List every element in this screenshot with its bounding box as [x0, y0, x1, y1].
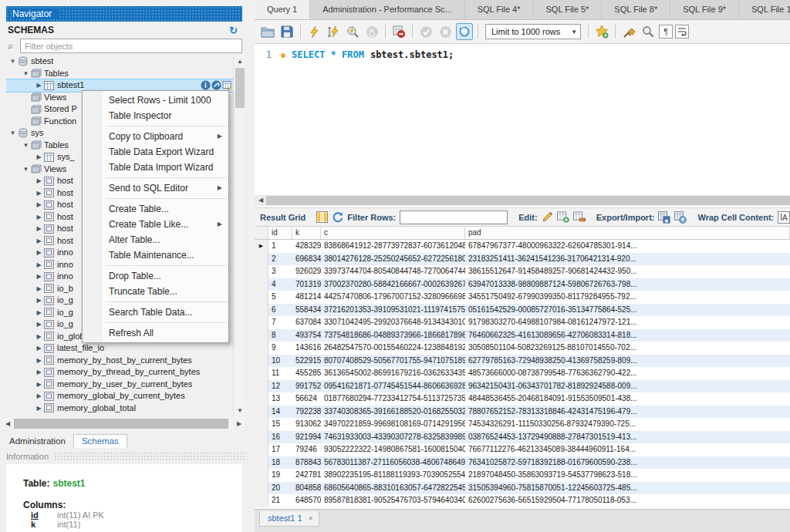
cell-pad[interactable]: 34551750492-67990399350-81179284955-792.… [465, 291, 790, 304]
expander-closed-icon[interactable]: ▶ [34, 342, 44, 355]
cell-c[interactable]: 33071042495-29920376648-91343430102-790.… [321, 316, 465, 329]
cell-id[interactable]: 11 [268, 367, 292, 380]
cell-k[interactable]: 79246 [292, 443, 321, 456]
grid-row[interactable]: 1887884356783011387-27116056038-48067486… [255, 456, 790, 470]
cell-pad[interactable]: 76677112276-46213345089-38444960911-164.… [465, 443, 790, 456]
grid-column-header-c[interactable]: c [321, 227, 465, 239]
cell-id[interactable]: 1 [268, 240, 292, 253]
execute-button[interactable] [306, 23, 322, 40]
scroll-left-icon[interactable]: ◀ [2, 418, 14, 429]
cell-c[interactable]: 68605640865-88310163057-64728225453-657.… [321, 482, 465, 495]
editor-tab[interactable]: Query 1 [255, 0, 310, 19]
sql-code-editor[interactable]: 1 ● SELECT * FROM sbtest.sbtest1; [255, 44, 790, 195]
cell-pad[interactable]: 48448536455-20468184091-91553509501-438.… [465, 392, 790, 406]
grid-column-header-pad[interactable]: pad [465, 227, 790, 239]
tree-item-tables[interactable]: ▼Tables [6, 68, 233, 80]
cell-c[interactable]: 74631933003-43390307278-63258399899-267.… [321, 431, 465, 444]
grid-column-header-k[interactable]: k [292, 227, 321, 239]
result-tab[interactable]: sbtest1 1 × [259, 511, 319, 527]
cell-id[interactable]: 10 [268, 355, 292, 368]
editor-tab[interactable]: SQL File 9* [670, 0, 739, 19]
refresh-button[interactable] [332, 210, 343, 224]
cell-c[interactable]: 34970221859-99698108169-07142919560-989.… [321, 418, 465, 431]
editor-tab[interactable]: SQL File 4* [465, 0, 534, 19]
filter-rows-input[interactable] [400, 210, 508, 224]
expander-open-icon[interactable]: ▼ [8, 56, 18, 68]
editor-tab[interactable]: SQL File 5* [534, 0, 603, 19]
row-selector[interactable] [255, 316, 268, 329]
row-selector[interactable] [255, 253, 268, 266]
expander-closed-icon[interactable]: ▶ [34, 235, 44, 247]
cell-pad[interactable]: 03876524453-13729490888-27847301519-413.… [465, 431, 790, 444]
cell-c[interactable]: 09541621871-07745451544-86066369281-119.… [321, 380, 465, 393]
grid-row[interactable]: 2080485868605640865-88310163057-64728225… [255, 482, 790, 495]
editor-horizontal-scrollbar[interactable]: ◀ [255, 195, 790, 206]
row-grid-icon[interactable] [222, 80, 232, 90]
cell-k[interactable]: 493754 [292, 329, 321, 342]
cell-c[interactable]: 44257470806-17967007152-32809666989-261.… [321, 291, 465, 304]
row-selector[interactable] [255, 355, 268, 368]
expander-open-icon[interactable]: ▼ [21, 68, 31, 80]
scroll-left-icon[interactable]: ◀ [255, 195, 267, 206]
tree-vertical-scrollbar[interactable]: ▲ ▼ [233, 56, 245, 416]
cell-k[interactable]: 428329 [292, 240, 321, 253]
cell-id[interactable]: 2 [268, 253, 292, 266]
delete-row-button[interactable] [573, 210, 586, 224]
limit-rows-dropdown[interactable]: Limit to 1000 rows▼ [485, 24, 581, 39]
wrap-cell-button[interactable]: ĪA [778, 211, 789, 224]
cell-k[interactable]: 558434 [292, 304, 321, 317]
row-selector[interactable] [255, 278, 268, 291]
tree-item-memory-global-total[interactable]: ▶memory_global_total [6, 402, 233, 415]
find-button[interactable] [640, 23, 657, 40]
result-grid-button[interactable] [316, 210, 328, 224]
cell-pad[interactable]: 30508501104-50823269125-88107014550-702.… [465, 342, 790, 355]
scrollbar-thumb[interactable] [235, 68, 245, 108]
refresh-schemas-icon[interactable]: ↻ [229, 24, 238, 37]
expander-closed-icon[interactable]: ▶ [34, 295, 44, 307]
edit-pencil-button[interactable] [542, 210, 553, 224]
row-selector[interactable] [255, 456, 268, 470]
grid-row[interactable]: 1924278138902235195-81188119393-70390525… [255, 469, 790, 482]
open-file-button[interactable] [259, 23, 276, 40]
cell-pad[interactable]: 05161542529-00085727016-35134775864-525.… [465, 304, 790, 317]
cell-pad[interactable]: 96342150431-06343701782-81892924588-009.… [465, 380, 790, 393]
cell-k[interactable]: 913062 [292, 418, 321, 431]
cell-id[interactable]: 13 [268, 392, 292, 406]
cell-k[interactable]: 637084 [292, 316, 321, 329]
cell-k[interactable]: 481214 [292, 291, 321, 304]
tree-item-sbtest[interactable]: ▼sbtest [6, 56, 233, 68]
cell-id[interactable]: 12 [268, 380, 292, 393]
expander-closed-icon[interactable]: ▶ [34, 223, 44, 235]
cell-id[interactable]: 6 [268, 304, 292, 317]
expander-open-icon[interactable]: ▼ [21, 140, 31, 152]
cell-k[interactable]: 701319 [292, 278, 321, 291]
cell-c[interactable]: 26482547570-00155460224-12388481921-232.… [321, 342, 465, 355]
export-button[interactable] [658, 210, 670, 224]
filter-objects-input[interactable] [20, 39, 242, 53]
row-selector[interactable] [255, 304, 268, 317]
grid-row[interactable]: 1479223833740308365-39166188520-01682550… [255, 406, 790, 419]
cell-id[interactable]: 20 [268, 482, 292, 495]
editor-tab[interactable]: SQL File 10* [739, 0, 790, 19]
expander-closed-icon[interactable]: ▶ [34, 247, 44, 259]
menu-item-table-inspector[interactable]: Table Inspector [83, 108, 228, 123]
cell-c[interactable]: 36136545002-86991679216-03626334357-760.… [321, 367, 465, 380]
tree-item-memory-by-thread-by-current-bytes[interactable]: ▶memory_by_thread_by_current_bytes [6, 366, 233, 379]
cell-k[interactable]: 804858 [292, 482, 321, 495]
cell-id[interactable]: 3 [268, 265, 292, 278]
cell-pad[interactable]: 48573666000-08738799548-77636362790-422.… [465, 367, 790, 380]
grid-row[interactable]: 392602933973744704-80540844748-727006474… [255, 265, 790, 278]
cell-c[interactable]: 01877680294-77233412754-51137257355-536.… [321, 392, 465, 406]
expander-open-icon[interactable]: ▼ [8, 127, 18, 140]
menu-item-table-data-export-wizard[interactable]: Table Data Export Wizard [83, 144, 228, 160]
cell-pad[interactable]: 23183251411-36241541236-31706421314-920.… [465, 253, 790, 266]
wrap-text-button[interactable] [675, 25, 689, 39]
cell-c[interactable]: 38014276128-25250245652-62722561801-278.… [321, 253, 465, 266]
expander-closed-icon[interactable]: ▶ [34, 175, 44, 187]
cell-pad[interactable]: 62600275636-56515929504-77178050118-053.… [465, 494, 790, 507]
expander-closed-icon[interactable]: ▶ [34, 318, 44, 331]
expander-closed-icon[interactable]: ▶ [34, 390, 44, 402]
stop-button[interactable] [363, 23, 380, 40]
expander-closed-icon[interactable]: ▶ [34, 151, 44, 163]
invisible-chars-button[interactable]: ¶ [659, 25, 673, 39]
